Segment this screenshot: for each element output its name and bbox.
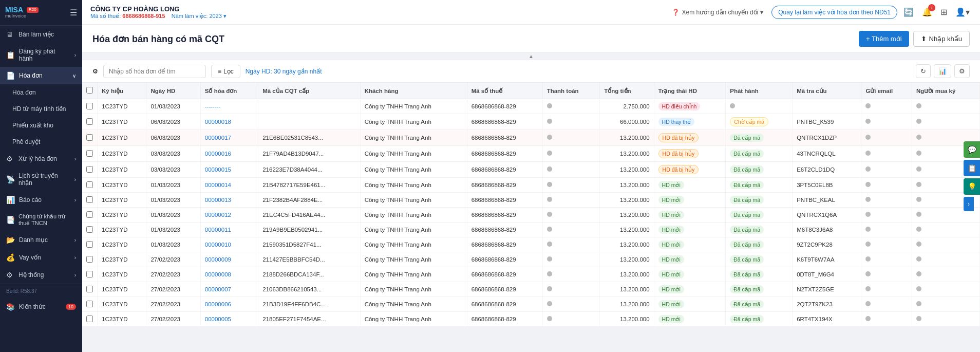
status-badge: HD thay thế	[658, 118, 695, 126]
status-badge: HD điều chỉnh	[658, 102, 701, 110]
cell-ma-tra-cuu: N2TXT2Z5GE	[793, 282, 861, 297]
chevron-right-icon: ›	[74, 156, 76, 162]
sidebar-item-kien-thuc[interactable]: 📚 Kiến thức 10	[0, 298, 82, 316]
status-badge: HD mới	[658, 196, 684, 204]
row-checkbox[interactable]	[86, 241, 93, 248]
widget-collapse-button[interactable]: ›	[964, 197, 974, 211]
table-row[interactable]: 1C23TYD 01/03/2023 00000014 21B4782717E5…	[82, 178, 980, 193]
sidebar-item-lich-su[interactable]: 📡 Lịch sử truyền nhận ›	[0, 168, 82, 191]
year-dropdown-icon[interactable]: ▾	[223, 13, 227, 19]
table-row[interactable]: 1C23TYD 01/03/2023 00000012 21EC4C5FD416…	[82, 208, 980, 223]
cell-checkbox	[82, 162, 98, 178]
sidebar-item-hoa-don[interactable]: 📄 Hóa đơn ∨	[0, 67, 82, 84]
cell-so-hoa-don[interactable]: 00000007	[200, 282, 258, 297]
table-row[interactable]: 1C23TYD 06/03/2023 00000017 21E6BE02531C…	[82, 130, 980, 146]
table-row[interactable]: 1C23TYD 01/03/2023 00000013 21F2382B4AF2…	[82, 193, 980, 208]
sidebar-item-label: Đăng ký phát hành	[19, 48, 70, 62]
row-checkbox[interactable]	[86, 316, 93, 322]
select-all-checkbox[interactable]	[86, 87, 93, 94]
sidebar-item-label: Phiếu xuất kho	[12, 122, 53, 129]
cell-so-hoa-don[interactable]: 00000015	[200, 162, 258, 178]
sidebar-item-dang-ky-phat-hanh[interactable]: 📋 Đăng ký phát hành ›	[0, 43, 82, 67]
search-input[interactable]	[103, 65, 206, 78]
cell-so-hoa-don[interactable]: 00000012	[200, 208, 258, 223]
cell-so-hoa-don[interactable]: 00000010	[200, 237, 258, 252]
cell-so-hoa-don[interactable]: 00000016	[200, 146, 258, 162]
cell-so-hoa-don[interactable]: 00000008	[200, 267, 258, 282]
sidebar-item-bao-cao[interactable]: 📊 Báo cáo ›	[0, 191, 82, 209]
cell-ma-tra-cuu: E6T2CLD1DQ	[793, 162, 861, 178]
import-button[interactable]: ⬆ Nhập khẩu	[913, 31, 970, 47]
row-checkbox[interactable]	[86, 181, 93, 188]
table-row[interactable]: 1C23TYD 27/02/2023 00000005 21805EF271F7…	[82, 312, 980, 327]
sidebar-item-phe-duyet[interactable]: Phê duyệt	[0, 134, 82, 150]
sidebar-item-danh-muc[interactable]: 📂 Danh mục ›	[0, 231, 82, 249]
filter-button[interactable]: ≡ Lọc	[211, 65, 240, 78]
refresh-table-button[interactable]: ↻	[916, 64, 931, 78]
column-settings-button[interactable]: ⚙	[954, 64, 970, 78]
support-widget-button[interactable]: 📋	[964, 160, 980, 176]
sidebar-item-hd-may-tinh-tien[interactable]: HD từ máy tính tiền	[0, 101, 82, 117]
row-checkbox[interactable]	[86, 211, 93, 218]
cell-checkbox	[82, 114, 98, 130]
collapse-row[interactable]: ▲	[82, 52, 980, 60]
help-widget-button[interactable]: 💡	[964, 178, 980, 195]
filter-label: Lọc	[223, 68, 234, 75]
cell-khach-hang: Công ty TNHH Trang Anh	[360, 297, 467, 312]
settings-icon[interactable]: ⚙	[92, 68, 98, 75]
table-row[interactable]: 1C23TYD 01/03/2023 -------- Công ty TNHH…	[82, 99, 980, 114]
row-checkbox[interactable]	[86, 134, 93, 141]
table-row[interactable]: 1C23TYD 27/02/2023 00000007 21063DB86621…	[82, 282, 980, 297]
chat-widget-button[interactable]: 💬	[964, 141, 980, 158]
table-row[interactable]: 1C23TYD 01/03/2023 00000011 219A9B9EB050…	[82, 223, 980, 237]
export-excel-button[interactable]: 📊	[934, 64, 951, 78]
payment-dot	[547, 197, 552, 202]
table-row[interactable]: 1C23TYD 27/02/2023 00000008 2188D266BDCA…	[82, 267, 980, 282]
table-row[interactable]: 1C23TYD 27/02/2023 00000006 21B3D19E4FF6…	[82, 297, 980, 312]
cell-so-hoa-don[interactable]: 00000014	[200, 178, 258, 193]
sidebar-item-chung-tu[interactable]: 📑 Chứng từ khấu trừ thuế TNCN	[0, 209, 82, 231]
sidebar-item-ban-lam-viec[interactable]: 🖥 Bàn làm việc	[0, 26, 82, 43]
row-checkbox[interactable]	[86, 226, 93, 233]
row-checkbox[interactable]	[86, 301, 93, 307]
return-button[interactable]: Quay lại làm việc với hóa đơn theo NĐ51	[771, 6, 897, 19]
help-button[interactable]: ❓ Xem hướng dẫn chuyển đổi ▾	[668, 7, 767, 18]
table-row[interactable]: 1C23TYD 01/03/2023 00000010 21590351D582…	[82, 237, 980, 252]
cell-so-hoa-don[interactable]: --------	[200, 99, 258, 114]
row-checkbox[interactable]	[86, 150, 93, 157]
table-row[interactable]: 1C23TYD 27/02/2023 00000009 211427E5BBBF…	[82, 252, 980, 267]
invoice-icon: 📄	[6, 71, 15, 80]
row-checkbox[interactable]	[86, 103, 93, 109]
cell-so-hoa-don[interactable]: 00000013	[200, 193, 258, 208]
sidebar-item-xu-ly-hoa-don[interactable]: ⚙ Xử lý hóa đơn ›	[0, 150, 82, 168]
cell-ma-so-thue: 6868686868-829	[467, 162, 542, 178]
cell-trang-thai-hd: HD mới	[654, 282, 726, 297]
buyer-sign-dot	[916, 242, 921, 247]
cell-so-hoa-don[interactable]: 00000011	[200, 223, 258, 237]
row-checkbox[interactable]	[86, 286, 93, 292]
user-icon[interactable]: 👤▾	[953, 5, 972, 19]
date-value[interactable]: 30 ngày gần nhất	[274, 68, 322, 75]
row-checkbox[interactable]	[86, 271, 93, 277]
row-checkbox[interactable]	[86, 166, 93, 173]
apps-icon[interactable]: ⊞	[938, 5, 949, 19]
sidebar-item-he-thong[interactable]: ⚙ Hệ thống ›	[0, 266, 82, 284]
table-row[interactable]: 1C23TYD 03/03/2023 00000016 21F79AD4B13D…	[82, 146, 980, 162]
notification-icon[interactable]: 🔔 1	[920, 5, 934, 19]
row-checkbox[interactable]	[86, 196, 93, 203]
cell-so-hoa-don[interactable]: 00000005	[200, 312, 258, 327]
cell-so-hoa-don[interactable]: 00000006	[200, 297, 258, 312]
sidebar-item-phieu-xuat-kho[interactable]: Phiếu xuất kho	[0, 117, 82, 134]
sidebar-item-vay-von[interactable]: 💰 Vay vốn ›	[0, 249, 82, 266]
row-checkbox[interactable]	[86, 118, 93, 125]
cell-so-hoa-don[interactable]: 00000017	[200, 130, 258, 146]
table-row[interactable]: 1C23TYD 06/03/2023 00000018 Công ty TNHH…	[82, 114, 980, 130]
cell-so-hoa-don[interactable]: 00000018	[200, 114, 258, 130]
hamburger-icon[interactable]: ☰	[70, 8, 77, 17]
table-row[interactable]: 1C23TYD 03/03/2023 00000015 216223E7D38A…	[82, 162, 980, 178]
row-checkbox[interactable]	[86, 256, 93, 263]
sidebar-item-hoa-don-sub[interactable]: Hóa đơn	[0, 84, 82, 101]
cell-so-hoa-don[interactable]: 00000009	[200, 252, 258, 267]
add-new-button[interactable]: + Thêm mới	[859, 31, 909, 47]
refresh-icon[interactable]: 🔄	[901, 5, 916, 19]
